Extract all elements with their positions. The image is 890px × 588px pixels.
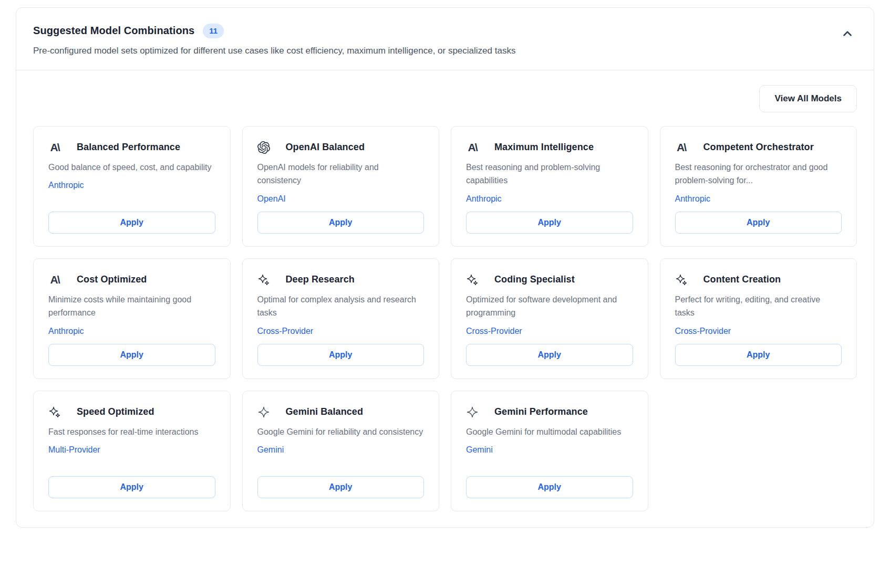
model-combination-card: Gemini Balanced Google Gemini for reliab… xyxy=(242,391,440,511)
card-title: Cost Optimized xyxy=(77,274,147,285)
card-description: Google Gemini for reliability and consis… xyxy=(257,425,425,439)
card-description: Optimal for complex analysis and researc… xyxy=(257,293,425,320)
view-all-models-button[interactable]: View All Models xyxy=(759,85,857,112)
model-combination-card: A\ Cost Optimized Minimize costs while m… xyxy=(33,258,231,379)
card-description: Best reasoning for orchestrator and good… xyxy=(675,161,842,187)
apply-button[interactable]: Apply xyxy=(466,344,633,366)
provider-link[interactable]: Cross-Provider xyxy=(257,327,314,336)
anthropic-icon: A\ xyxy=(466,141,479,154)
card-description: Fast responses for real-time interaction… xyxy=(48,425,215,439)
anthropic-icon: A\ xyxy=(48,141,61,154)
card-description: Good balance of speed, cost, and capabil… xyxy=(48,161,215,174)
model-combination-card: Coding Specialist Optimized for software… xyxy=(451,258,648,379)
card-description: Minimize costs while maintaining good pe… xyxy=(48,293,215,320)
sparkles-icon xyxy=(466,274,479,286)
apply-button[interactable]: Apply xyxy=(257,476,425,498)
card-title: Gemini Performance xyxy=(494,406,588,417)
apply-button[interactable]: Apply xyxy=(48,344,215,366)
apply-button[interactable]: Apply xyxy=(466,476,633,498)
panel-title: Suggested Model Combinations xyxy=(33,25,194,37)
model-combination-card: OpenAI Balanced OpenAI models for reliab… xyxy=(242,126,440,247)
model-combination-card: Content Creation Perfect for writing, ed… xyxy=(660,258,857,379)
apply-button[interactable]: Apply xyxy=(257,344,425,366)
anthropic-icon: A\ xyxy=(675,141,688,154)
card-title: Maximum Intelligence xyxy=(494,142,594,153)
panel-subtitle: Pre-configured model sets optimized for … xyxy=(33,46,857,56)
anthropic-icon: A\ xyxy=(48,274,61,286)
card-title: Coding Specialist xyxy=(494,274,575,285)
card-title: Content Creation xyxy=(703,274,781,285)
provider-link[interactable]: Gemini xyxy=(466,445,493,455)
provider-link[interactable]: Anthropic xyxy=(48,181,84,190)
card-description: Optimized for software development and p… xyxy=(466,293,633,320)
provider-link[interactable]: Gemini xyxy=(257,445,284,455)
provider-link[interactable]: OpenAI xyxy=(257,194,286,204)
model-combination-card: Gemini Performance Google Gemini for mul… xyxy=(451,391,648,511)
panel-header: Suggested Model Combinations 11 Pre-conf… xyxy=(16,8,874,70)
card-header: Coding Specialist xyxy=(466,274,633,286)
card-header: A\ Balanced Performance xyxy=(48,141,215,154)
card-header: A\ Maximum Intelligence xyxy=(466,141,633,154)
model-combination-card: A\ Balanced Performance Good balance of … xyxy=(33,126,231,247)
cards-grid: A\ Balanced Performance Good balance of … xyxy=(33,126,857,511)
provider-link[interactable]: Anthropic xyxy=(48,327,84,336)
card-title: Gemini Balanced xyxy=(286,406,364,417)
panel-body: View All Models A\ Balanced Performance … xyxy=(16,70,874,527)
apply-button[interactable]: Apply xyxy=(675,344,842,366)
card-title: Competent Orchestrator xyxy=(703,142,814,153)
gemini-icon xyxy=(257,406,270,418)
apply-button[interactable]: Apply xyxy=(48,476,215,498)
toolbar-row: View All Models xyxy=(33,85,857,112)
sparkles-icon xyxy=(675,274,688,286)
provider-link[interactable]: Anthropic xyxy=(466,194,502,204)
model-combination-card: Speed Optimized Fast responses for real-… xyxy=(33,391,231,511)
card-header: Gemini Balanced xyxy=(257,406,425,418)
provider-link[interactable]: Multi-Provider xyxy=(48,445,100,455)
collapse-panel-button[interactable] xyxy=(839,26,856,43)
card-header: A\ Cost Optimized xyxy=(48,274,215,286)
card-header: Gemini Performance xyxy=(466,406,633,418)
card-header: A\ Competent Orchestrator xyxy=(675,141,842,154)
card-header: Deep Research xyxy=(257,274,425,286)
apply-button[interactable]: Apply xyxy=(675,212,842,234)
model-combination-card: A\ Maximum Intelligence Best reasoning a… xyxy=(451,126,648,247)
openai-icon xyxy=(257,141,270,154)
apply-button[interactable]: Apply xyxy=(48,212,215,234)
provider-link[interactable]: Cross-Provider xyxy=(675,327,731,336)
chevron-up-icon xyxy=(841,27,854,42)
apply-button[interactable]: Apply xyxy=(257,212,425,234)
count-badge: 11 xyxy=(203,24,224,38)
card-title: Deep Research xyxy=(286,274,355,285)
card-title: Speed Optimized xyxy=(77,406,154,417)
apply-button[interactable]: Apply xyxy=(466,212,633,234)
model-combination-card: A\ Competent Orchestrator Best reasoning… xyxy=(660,126,857,247)
card-description: Best reasoning and problem-solving capab… xyxy=(466,161,633,187)
card-header: Speed Optimized xyxy=(48,406,215,418)
card-header: Content Creation xyxy=(675,274,842,286)
sparkles-icon xyxy=(257,274,270,286)
model-combination-card: Deep Research Optimal for complex analys… xyxy=(242,258,440,379)
suggested-model-combinations-panel: Suggested Model Combinations 11 Pre-conf… xyxy=(16,7,874,528)
card-description: OpenAI models for reliability and consis… xyxy=(257,161,425,187)
provider-link[interactable]: Anthropic xyxy=(675,194,711,204)
card-title: OpenAI Balanced xyxy=(286,142,365,153)
card-description: Perfect for writing, editing, and creati… xyxy=(675,293,842,320)
sparkles-icon xyxy=(48,406,61,418)
provider-link[interactable]: Cross-Provider xyxy=(466,327,522,336)
card-title: Balanced Performance xyxy=(77,142,180,153)
card-description: Google Gemini for multimodal capabilitie… xyxy=(466,425,633,439)
card-header: OpenAI Balanced xyxy=(257,141,425,154)
gemini-icon xyxy=(466,406,479,418)
panel-title-row: Suggested Model Combinations 11 xyxy=(33,24,857,38)
